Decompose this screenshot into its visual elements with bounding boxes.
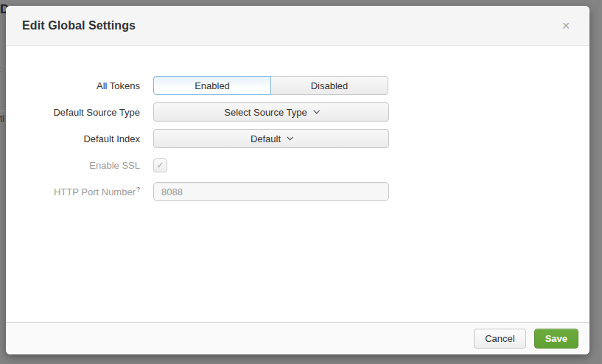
default-index-dropdown[interactable]: Default xyxy=(153,129,389,148)
all-tokens-enabled-button[interactable]: Enabled xyxy=(153,76,271,95)
modal-body: All Tokens Enabled Disabled Default Sour… xyxy=(6,46,589,322)
background-page-fragment: ti xyxy=(0,113,4,124)
http-port-input xyxy=(153,182,389,201)
default-index-value: Default xyxy=(251,133,281,144)
http-port-label: HTTP Port Number? xyxy=(21,186,140,197)
check-icon: ✓ xyxy=(156,160,164,170)
all-tokens-disabled-button[interactable]: Disabled xyxy=(270,76,388,95)
default-source-type-dropdown[interactable]: Select Source Type xyxy=(153,102,389,122)
close-icon[interactable]: ✕ xyxy=(559,18,573,34)
default-source-type-row: Default Source Type Select Source Type xyxy=(21,102,589,122)
save-button[interactable]: Save xyxy=(534,329,578,349)
edit-global-settings-modal: Edit Global Settings ✕ All Tokens Enable… xyxy=(6,6,589,354)
background-divider xyxy=(0,111,6,111)
enable-ssl-label: Enable SSL xyxy=(21,160,140,171)
modal-title: Edit Global Settings xyxy=(22,19,136,32)
background-page-fragment: : xyxy=(0,65,3,73)
chevron-down-icon xyxy=(287,134,293,140)
cancel-button[interactable]: Cancel xyxy=(474,329,525,349)
modal-footer: Cancel Save xyxy=(6,322,589,354)
http-port-row: HTTP Port Number? xyxy=(21,182,589,201)
help-tooltip-icon[interactable]: ? xyxy=(136,186,140,193)
http-port-label-text: HTTP Port Number xyxy=(54,186,136,197)
enable-ssl-checkbox: ✓ xyxy=(153,158,167,172)
all-tokens-label: All Tokens xyxy=(21,80,140,91)
default-source-type-value: Select Source Type xyxy=(224,107,307,118)
modal-header: Edit Global Settings ✕ xyxy=(6,6,589,46)
default-index-label: Default Index xyxy=(21,133,140,144)
default-source-type-label: Default Source Type xyxy=(21,107,140,118)
all-tokens-toggle: Enabled Disabled xyxy=(153,76,389,95)
enable-ssl-row: Enable SSL ✓ xyxy=(21,155,589,175)
chevron-down-icon xyxy=(313,108,319,113)
all-tokens-row: All Tokens Enabled Disabled xyxy=(21,76,589,95)
default-index-row: Default Index Default xyxy=(21,129,589,148)
